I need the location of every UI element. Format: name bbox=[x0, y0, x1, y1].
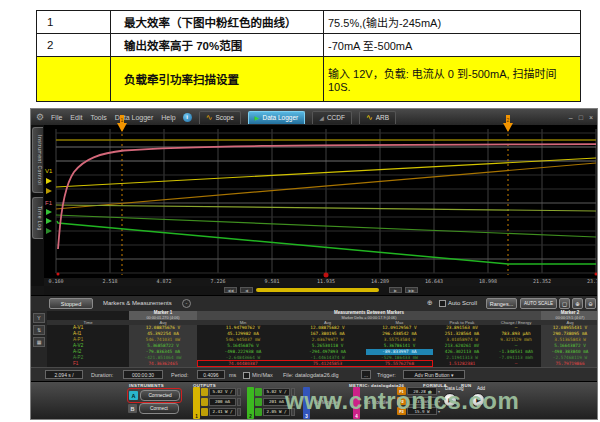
channel-label-v1: V1 bbox=[45, 168, 53, 174]
x-tick-label: 11.935 bbox=[311, 278, 341, 284]
row-description: 负载牵引功率扫描设置 bbox=[111, 57, 324, 102]
crosshair-icon[interactable]: ⊕ bbox=[427, 299, 433, 307]
info-icon[interactable]: i bbox=[183, 113, 192, 122]
ranges-button[interactable]: Ranges... bbox=[486, 298, 517, 309]
file-label: File: datalogdata26.dlg bbox=[283, 372, 339, 378]
channel-icon bbox=[201, 398, 208, 406]
power-field[interactable]: 2.41 W / bbox=[209, 408, 236, 416]
wedge-icon: ◢ bbox=[319, 115, 324, 121]
voltage-field[interactable]: 5.02 V / bbox=[209, 388, 236, 396]
x-tick-label: 23.706 bbox=[581, 278, 598, 284]
menu-item[interactable]: Edit bbox=[70, 114, 82, 121]
stopped-button[interactable]: Stopped bbox=[49, 298, 93, 309]
scrollbar-thumb[interactable] bbox=[256, 288, 379, 292]
auto-scroll-checkbox[interactable] bbox=[439, 300, 446, 307]
sidebar-tab-time-log[interactable]: Time Log bbox=[32, 197, 43, 239]
marker2-title: Marker 2 bbox=[561, 310, 580, 315]
sort-tool-icon[interactable]: ⇅ bbox=[33, 325, 45, 335]
tab-scope[interactable]: ∿ Scope bbox=[199, 111, 241, 124]
time-span-dropdown[interactable]: 2.094 s / bbox=[45, 370, 83, 379]
tab-data-logger[interactable]: ▶ Data Logger bbox=[248, 111, 305, 124]
grid-tool-icon[interactable]: ▦ bbox=[33, 337, 45, 347]
instrument-b-row: B Connect bbox=[127, 402, 180, 415]
marker1-time: 00:00:01.270 (4:06) bbox=[129, 316, 197, 320]
marker2-header[interactable]: Marker 200:00:19.5 (4:07) bbox=[541, 311, 598, 320]
page-root: 1 最大效率（下图中粉红色的曲线） 75.5%,(输出为-245mA) 2 输出… bbox=[0, 0, 600, 422]
minimize-icon[interactable]: – bbox=[568, 114, 574, 121]
period-unit: ms bbox=[229, 372, 236, 378]
duration-label: Duration: bbox=[91, 372, 113, 378]
tab-label: Data Logger bbox=[262, 114, 298, 121]
axis-marker-dot bbox=[595, 273, 598, 276]
x-tick-label: 4.872 bbox=[149, 278, 179, 284]
tab-label: CCDF bbox=[327, 114, 345, 121]
zoom-in-icon[interactable]: ⊕ bbox=[572, 298, 583, 309]
f1-highlight-box bbox=[197, 360, 433, 367]
row-value: 75.5%,(输出为-245mA) bbox=[324, 11, 581, 34]
collapse-toggle-icon[interactable]: ⌄ bbox=[182, 299, 191, 308]
scroll-left-button[interactable]: ◀ bbox=[240, 287, 253, 293]
auto-scroll-label: Auto Scroll bbox=[448, 300, 477, 306]
scroll-right-fast-button[interactable]: ▶▶ bbox=[405, 287, 418, 293]
tab-ccdf[interactable]: ◢ CCDF bbox=[312, 111, 352, 124]
menu-item[interactable]: File bbox=[51, 114, 62, 121]
module2-color-bar: 2 bbox=[247, 387, 254, 419]
close-icon[interactable]: × bbox=[588, 114, 594, 121]
marker-delta: Marker Delta = 00:00:17.9 (4:06) bbox=[197, 316, 541, 320]
row-number bbox=[37, 57, 111, 102]
gear-icon[interactable]: ⚙ bbox=[36, 113, 44, 122]
window-controls: – □ × bbox=[568, 114, 594, 121]
menu-item[interactable]: Tools bbox=[90, 114, 106, 121]
chart-toolbar: Stopped Markers & Measurements ⌄ ⊕ Auto … bbox=[31, 295, 598, 311]
tab-label: Scope bbox=[215, 114, 233, 121]
cursor-tool-button[interactable]: ▢ bbox=[559, 298, 570, 309]
axis-marker-dot[interactable] bbox=[324, 273, 329, 278]
measurements-panel: Y ⇅ ▦ Marker 100:00:01.270 (4:06) Measur… bbox=[31, 311, 598, 367]
minmax-checkbox[interactable] bbox=[243, 372, 250, 379]
autoscale-button[interactable]: AUTO SCALE bbox=[520, 298, 557, 309]
instrument-b-badge: B bbox=[128, 404, 137, 413]
measurement-tool-strip: Y ⇅ ▦ bbox=[31, 311, 47, 367]
row-description: 输出效率高于 70%范围 bbox=[111, 34, 324, 57]
stepper[interactable] bbox=[237, 408, 241, 416]
spec-table: 1 最大效率（下图中粉红色的曲线） 75.5%,(输出为-245mA) 2 输出… bbox=[36, 10, 581, 102]
x-tick-label: 9.581 bbox=[257, 278, 287, 284]
scroll-left-fast-button[interactable]: ◀◀ bbox=[224, 287, 237, 293]
tab-arb[interactable]: ∿ ARB bbox=[359, 111, 396, 124]
channel-icon bbox=[201, 388, 208, 396]
connected-button[interactable]: Connected bbox=[140, 390, 180, 401]
file-browse-button[interactable]: ... bbox=[361, 370, 371, 379]
zoom-out-icon[interactable]: ⊖ bbox=[585, 298, 596, 309]
row-value: -70mA 至-500mA bbox=[324, 34, 581, 57]
menu-item[interactable]: Help bbox=[161, 114, 175, 121]
marker1-header[interactable]: Marker 100:00:01.270 (4:06) bbox=[129, 311, 197, 320]
period-value[interactable]: 0.4096 bbox=[197, 370, 225, 379]
channel-icon bbox=[255, 388, 262, 396]
table-row-highlighted: 负载牵引功率扫描设置 输入 12V，负载: 电流从 0 到-500mA, 扫描时… bbox=[37, 57, 581, 102]
row-value: 输入 12V，负载: 电流从 0 到-500mA, 扫描时间 10S. bbox=[324, 57, 581, 102]
row-number: 1 bbox=[37, 11, 111, 34]
stepper[interactable] bbox=[237, 388, 241, 396]
channel-markers: V1 F1 bbox=[45, 168, 53, 234]
y-axis-tool-icon[interactable]: Y bbox=[33, 313, 45, 323]
marker2-time: 00:00:19.5 (4:07) bbox=[541, 316, 598, 320]
current-field[interactable]: 200 mA bbox=[209, 398, 236, 406]
trigger-label: Trigger: bbox=[377, 372, 396, 378]
connect-button[interactable]: Connect bbox=[139, 403, 179, 414]
chart-plot[interactable]: V1 F1 bbox=[44, 125, 598, 278]
instrument-a-row: A Connected bbox=[127, 388, 182, 403]
play-icon: ▶ bbox=[255, 115, 260, 121]
x-tick-label: 14.289 bbox=[365, 278, 395, 284]
x-tick-label: 7.226 bbox=[203, 278, 233, 284]
grid-lines bbox=[56, 129, 596, 273]
duration-value[interactable]: 000:00:30 bbox=[123, 370, 163, 379]
x-tick-label: 2.518 bbox=[95, 278, 125, 284]
maximize-icon[interactable]: □ bbox=[578, 114, 584, 121]
stepper[interactable] bbox=[237, 398, 241, 406]
menu-items: FileEditToolsData LoggerHelp bbox=[51, 114, 176, 121]
marker1-arrow[interactable]: 1 bbox=[116, 114, 128, 134]
scroll-right-button[interactable]: ▶ bbox=[389, 287, 402, 293]
trigger-dropdown[interactable]: Adv Run Button ▾ bbox=[403, 370, 465, 379]
marker2-arrow[interactable]: 2 bbox=[502, 114, 514, 134]
sidebar-tab-instrument-control[interactable]: Instrument Control bbox=[32, 127, 43, 193]
